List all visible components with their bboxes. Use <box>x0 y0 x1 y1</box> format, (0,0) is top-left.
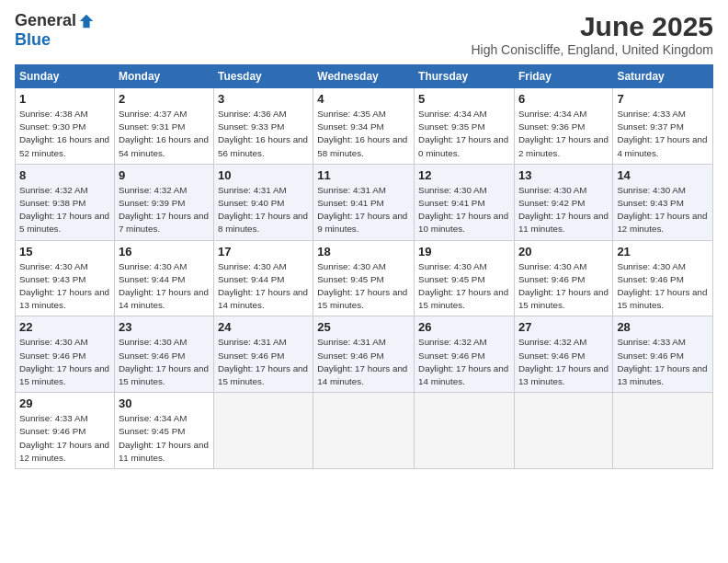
day-info: Sunrise: 4:31 AMSunset: 9:46 PMDaylight:… <box>218 336 309 388</box>
weekday-header: Tuesday <box>213 65 313 88</box>
day-info: Sunrise: 4:30 AMSunset: 9:43 PMDaylight:… <box>19 260 110 313</box>
header: General Blue June 2025 High Coniscliffe,… <box>15 11 713 57</box>
day-info: Sunrise: 4:33 AMSunset: 9:46 PMDaylight:… <box>617 336 709 388</box>
svg-marker-0 <box>80 14 93 27</box>
day-info: Sunrise: 4:34 AMSunset: 9:36 PMDaylight:… <box>518 108 609 160</box>
calendar-day-cell: 22 Sunrise: 4:30 AMSunset: 9:46 PMDaylig… <box>16 316 115 393</box>
day-number: 23 <box>119 320 210 334</box>
day-info: Sunrise: 4:34 AMSunset: 9:35 PMDaylight:… <box>418 108 510 160</box>
day-info: Sunrise: 4:33 AMSunset: 9:46 PMDaylight:… <box>19 412 110 465</box>
day-info: Sunrise: 4:32 AMSunset: 9:46 PMDaylight:… <box>418 336 510 388</box>
calendar-day-cell: 1 Sunrise: 4:38 AMSunset: 9:30 PMDayligh… <box>16 88 115 165</box>
location: High Coniscliffe, England, United Kingdo… <box>471 42 713 57</box>
day-info: Sunrise: 4:38 AMSunset: 9:30 PMDaylight:… <box>19 108 110 160</box>
day-info: Sunrise: 4:35 AMSunset: 9:34 PMDaylight:… <box>317 108 410 160</box>
day-info: Sunrise: 4:30 AMSunset: 9:46 PMDaylight:… <box>119 336 210 388</box>
day-info: Sunrise: 4:31 AMSunset: 9:40 PMDaylight:… <box>218 184 309 236</box>
day-info: Sunrise: 4:32 AMSunset: 9:38 PMDaylight:… <box>19 184 110 236</box>
weekday-header: Wednesday <box>313 65 415 88</box>
calendar-day-cell: 6 Sunrise: 4:34 AMSunset: 9:36 PMDayligh… <box>514 88 612 165</box>
calendar-day-cell: 27 Sunrise: 4:32 AMSunset: 9:46 PMDaylig… <box>514 316 612 393</box>
calendar-day-cell: 12 Sunrise: 4:30 AMSunset: 9:41 PMDaylig… <box>415 164 515 240</box>
logo: General Blue <box>15 11 95 50</box>
calendar-week-row: 22 Sunrise: 4:30 AMSunset: 9:46 PMDaylig… <box>16 316 713 393</box>
day-info: Sunrise: 4:31 AMSunset: 9:41 PMDaylight:… <box>317 184 410 236</box>
calendar-day-cell: 29 Sunrise: 4:33 AMSunset: 9:46 PMDaylig… <box>16 393 115 469</box>
day-info: Sunrise: 4:30 AMSunset: 9:41 PMDaylight:… <box>418 184 510 236</box>
calendar-day-cell <box>313 393 415 469</box>
calendar-day-cell: 19 Sunrise: 4:30 AMSunset: 9:45 PMDaylig… <box>415 240 515 316</box>
day-number: 1 <box>19 92 110 106</box>
day-info: Sunrise: 4:30 AMSunset: 9:43 PMDaylight:… <box>617 184 709 236</box>
logo-blue-text: Blue <box>15 30 51 50</box>
day-number: 3 <box>218 92 309 106</box>
day-number: 11 <box>317 168 410 182</box>
day-number: 20 <box>518 245 609 259</box>
calendar-day-cell: 17 Sunrise: 4:30 AMSunset: 9:44 PMDaylig… <box>213 240 313 316</box>
day-number: 30 <box>119 396 210 410</box>
day-info: Sunrise: 4:33 AMSunset: 9:37 PMDaylight:… <box>617 108 709 160</box>
calendar-day-cell <box>514 393 612 469</box>
logo-icon <box>78 13 95 29</box>
day-info: Sunrise: 4:30 AMSunset: 9:44 PMDaylight:… <box>218 260 309 313</box>
calendar-day-cell <box>213 393 313 469</box>
day-info: Sunrise: 4:36 AMSunset: 9:33 PMDaylight:… <box>218 108 309 160</box>
calendar-day-cell: 5 Sunrise: 4:34 AMSunset: 9:35 PMDayligh… <box>415 88 515 165</box>
calendar-day-cell: 16 Sunrise: 4:30 AMSunset: 9:44 PMDaylig… <box>114 240 213 316</box>
day-info: Sunrise: 4:37 AMSunset: 9:31 PMDaylight:… <box>119 108 210 160</box>
calendar-day-cell: 7 Sunrise: 4:33 AMSunset: 9:37 PMDayligh… <box>613 88 713 165</box>
day-number: 22 <box>19 320 110 334</box>
day-number: 21 <box>617 245 709 259</box>
calendar-day-cell: 13 Sunrise: 4:30 AMSunset: 9:42 PMDaylig… <box>514 164 612 240</box>
calendar-week-row: 29 Sunrise: 4:33 AMSunset: 9:46 PMDaylig… <box>16 393 713 469</box>
calendar-day-cell: 24 Sunrise: 4:31 AMSunset: 9:46 PMDaylig… <box>213 316 313 393</box>
day-info: Sunrise: 4:30 AMSunset: 9:45 PMDaylight:… <box>317 260 410 313</box>
calendar-day-cell <box>613 393 713 469</box>
title-section: June 2025 High Coniscliffe, England, Uni… <box>471 11 713 57</box>
day-info: Sunrise: 4:30 AMSunset: 9:46 PMDaylight:… <box>19 336 110 388</box>
day-info: Sunrise: 4:31 AMSunset: 9:46 PMDaylight:… <box>317 336 410 388</box>
day-info: Sunrise: 4:30 AMSunset: 9:44 PMDaylight:… <box>119 260 210 313</box>
day-info: Sunrise: 4:30 AMSunset: 9:46 PMDaylight:… <box>617 260 709 313</box>
weekday-header: Sunday <box>16 65 115 88</box>
calendar-week-row: 8 Sunrise: 4:32 AMSunset: 9:38 PMDayligh… <box>16 164 713 240</box>
day-number: 27 <box>518 320 609 334</box>
day-number: 10 <box>218 168 309 182</box>
day-number: 7 <box>617 92 709 106</box>
day-number: 16 <box>119 245 210 259</box>
weekday-header: Saturday <box>613 65 713 88</box>
day-number: 24 <box>218 320 309 334</box>
calendar-day-cell: 10 Sunrise: 4:31 AMSunset: 9:40 PMDaylig… <box>213 164 313 240</box>
calendar-day-cell: 20 Sunrise: 4:30 AMSunset: 9:46 PMDaylig… <box>514 240 612 316</box>
day-info: Sunrise: 4:30 AMSunset: 9:42 PMDaylight:… <box>518 184 609 236</box>
weekday-header: Monday <box>114 65 213 88</box>
calendar-day-cell: 21 Sunrise: 4:30 AMSunset: 9:46 PMDaylig… <box>613 240 713 316</box>
day-number: 5 <box>418 92 510 106</box>
day-number: 28 <box>617 320 709 334</box>
day-info: Sunrise: 4:34 AMSunset: 9:45 PMDaylight:… <box>119 412 210 465</box>
page: General Blue June 2025 High Coniscliffe,… <box>0 0 728 563</box>
day-info: Sunrise: 4:30 AMSunset: 9:46 PMDaylight:… <box>518 260 609 313</box>
calendar-day-cell: 4 Sunrise: 4:35 AMSunset: 9:34 PMDayligh… <box>313 88 415 165</box>
day-number: 6 <box>518 92 609 106</box>
day-number: 26 <box>418 320 510 334</box>
calendar-day-cell: 15 Sunrise: 4:30 AMSunset: 9:43 PMDaylig… <box>16 240 115 316</box>
day-number: 8 <box>19 168 110 182</box>
calendar-day-cell: 30 Sunrise: 4:34 AMSunset: 9:45 PMDaylig… <box>114 393 213 469</box>
calendar-day-cell: 8 Sunrise: 4:32 AMSunset: 9:38 PMDayligh… <box>16 164 115 240</box>
day-number: 4 <box>317 92 410 106</box>
calendar-day-cell: 3 Sunrise: 4:36 AMSunset: 9:33 PMDayligh… <box>213 88 313 165</box>
calendar-day-cell: 25 Sunrise: 4:31 AMSunset: 9:46 PMDaylig… <box>313 316 415 393</box>
calendar-day-cell <box>415 393 515 469</box>
day-number: 9 <box>119 168 210 182</box>
day-info: Sunrise: 4:30 AMSunset: 9:45 PMDaylight:… <box>418 260 510 313</box>
calendar: SundayMondayTuesdayWednesdayThursdayFrid… <box>15 64 713 469</box>
day-number: 14 <box>617 168 709 182</box>
day-number: 29 <box>19 396 110 410</box>
day-number: 13 <box>518 168 609 182</box>
day-number: 15 <box>19 245 110 259</box>
calendar-day-cell: 9 Sunrise: 4:32 AMSunset: 9:39 PMDayligh… <box>114 164 213 240</box>
month-title: June 2025 <box>471 11 713 42</box>
weekday-header: Friday <box>514 65 612 88</box>
calendar-day-cell: 18 Sunrise: 4:30 AMSunset: 9:45 PMDaylig… <box>313 240 415 316</box>
